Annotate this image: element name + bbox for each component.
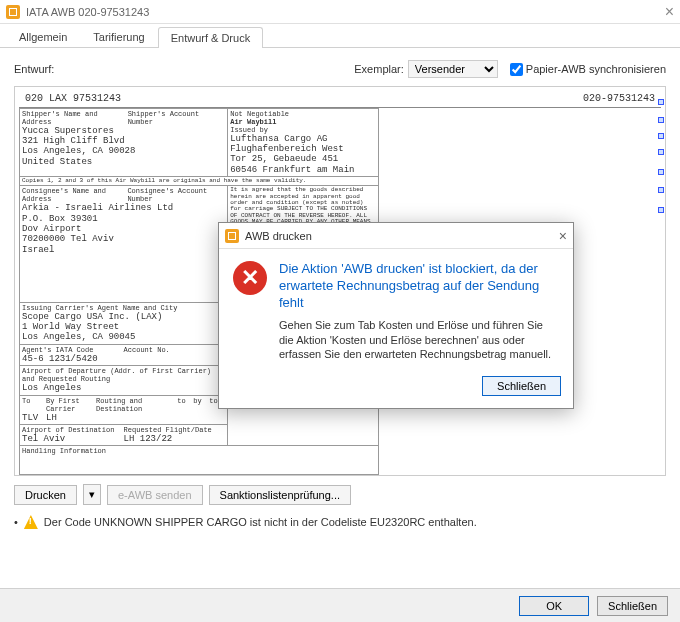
consignee-hdr: Consignee's Name and Address	[22, 187, 127, 203]
bycar-hdr: By First Carrier	[46, 397, 96, 413]
dialog-heading: Die Aktion 'AWB drucken' ist blockiert, …	[279, 261, 559, 312]
aod-val: Tel Aviv	[22, 434, 124, 444]
close-button[interactable]: Schließen	[597, 596, 668, 616]
window-close-icon[interactable]: ×	[665, 3, 674, 21]
ok-button[interactable]: OK	[519, 596, 589, 616]
dep-hdr: Airport of Departure (Addr. of First Car…	[22, 367, 225, 383]
shipper-val: Yucca Superstores 321 High Cliff Blvd Lo…	[22, 126, 225, 167]
edit-marker-icon[interactable]	[658, 149, 664, 155]
iata-hdr: Agent's IATA Code	[22, 346, 124, 354]
copies-note: Copies 1, 2 and 3 of this Air Waybill ar…	[20, 177, 379, 186]
titlebar: IATA AWB 020-97531243 ×	[0, 0, 680, 24]
edit-marker-icon[interactable]	[658, 117, 664, 123]
to-val: TLV	[22, 413, 46, 423]
awb-topright: 020-97531243	[583, 93, 655, 105]
awb-title: Air Waybill	[230, 118, 276, 126]
footer: OK Schließen	[0, 588, 680, 622]
drucken-dropdown-icon[interactable]: ▾	[83, 484, 101, 505]
shipper-hdr: Shipper's Name and Address	[22, 110, 128, 126]
error-icon: ✕	[233, 261, 267, 295]
sanktion-button[interactable]: Sanktionslistenprüfung...	[209, 485, 351, 505]
entwurf-label: Entwurf:	[14, 63, 54, 75]
warning-row: • Der Code UNKNOWN SHIPPER CARGO ist nic…	[14, 515, 666, 529]
aod-hdr: Airport of Destination	[22, 426, 124, 434]
sync-checkbox-label[interactable]: Papier-AWB synchronisieren	[510, 63, 666, 76]
bycar-val: LH	[46, 413, 96, 423]
sync-text: Papier-AWB synchronisieren	[526, 63, 666, 75]
sync-checkbox[interactable]	[510, 63, 523, 76]
entwurf-row: Entwurf: Exemplar: Versender Papier-AWB …	[14, 60, 666, 78]
warning-icon	[24, 515, 38, 529]
tab-bar: Allgemein Tarifierung Entwurf & Druck	[0, 24, 680, 48]
shipper-acct-hdr: Shipper's Account Number	[128, 110, 226, 126]
awb-topleft: 020 LAX 97531243	[25, 93, 121, 105]
dialog-title: AWB drucken	[245, 230, 312, 242]
flight-val: LH 123/22	[124, 434, 226, 444]
dialog-body: Gehen Sie zum Tab Kosten und Erlöse und …	[279, 318, 559, 363]
by2: by	[193, 397, 209, 413]
app-icon	[6, 5, 20, 19]
edit-marker-icon[interactable]	[658, 99, 664, 105]
not-negotiable: Not Negotiable	[230, 110, 289, 118]
drucken-button[interactable]: Drucken	[14, 485, 77, 505]
consignee-val: Arkia - Israeli Airlines Ltd P.O. Box 39…	[22, 203, 225, 255]
tab-entwurf-druck[interactable]: Entwurf & Druck	[158, 27, 263, 48]
carrier-val: Lufthansa Cargo AG Flughafenbereich West…	[230, 134, 376, 175]
edit-marker-icon[interactable]	[658, 133, 664, 139]
exemplar-label: Exemplar:	[354, 63, 404, 75]
tab-tarifierung[interactable]: Tarifierung	[80, 26, 157, 47]
iata-val: 45-6 1231/5420	[22, 354, 124, 364]
agent-val: Scope Cargo USA Inc. (LAX) 1 World Way S…	[22, 312, 225, 343]
eawb-button: e-AWB senden	[107, 485, 203, 505]
awb-drucken-dialog: AWB drucken × ✕ Die Aktion 'AWB drucken'…	[218, 222, 574, 409]
exemplar-select[interactable]: Versender	[408, 60, 498, 78]
edit-marker-icon[interactable]	[658, 207, 664, 213]
consignee-acct-hdr: Consignee's Account Number	[127, 187, 225, 203]
tab-allgemein[interactable]: Allgemein	[6, 26, 80, 47]
dialog-close-icon[interactable]: ×	[559, 228, 567, 244]
action-row: Drucken ▾ e-AWB senden Sanktionslistenpr…	[14, 484, 666, 505]
warning-text: Der Code UNKNOWN SHIPPER CARGO ist nicht…	[44, 516, 477, 528]
window-title: IATA AWB 020-97531243	[26, 6, 149, 18]
agent-hdr: Issuing Carrier's Agent Name and City	[22, 304, 225, 312]
edit-marker-icon[interactable]	[658, 187, 664, 193]
export-note: These commodities, technology or softwar…	[22, 475, 220, 476]
dialog-icon	[225, 229, 239, 243]
to-hdr: To	[22, 397, 46, 413]
dep-val: Los Angeles	[22, 383, 225, 393]
flight-hdr: Requested Flight/Date	[124, 426, 226, 434]
edit-marker-icon[interactable]	[658, 169, 664, 175]
rd-hdr: Routing and Destination	[96, 397, 177, 413]
to2: to	[177, 397, 193, 413]
acctno-hdr: Account No.	[124, 346, 226, 354]
issued-by: Issued by	[230, 126, 376, 134]
dialog-close-button[interactable]: Schließen	[482, 376, 561, 396]
handling-hdr: Handling Information	[22, 447, 376, 455]
